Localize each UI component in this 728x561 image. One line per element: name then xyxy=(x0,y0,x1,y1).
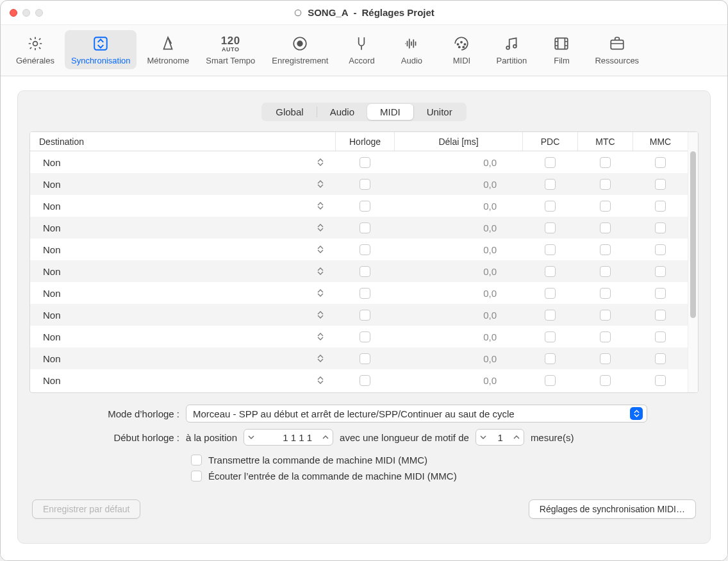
destination-cell[interactable]: Non xyxy=(30,326,335,347)
header-pdc[interactable]: PDC xyxy=(522,132,577,151)
stepper-up-icon[interactable] xyxy=(509,430,524,445)
zoom-window-button[interactable] xyxy=(35,9,43,17)
horloge-checkbox[interactable] xyxy=(360,331,370,342)
delai-cell[interactable]: 0,0 xyxy=(394,151,522,173)
destination-cell[interactable]: Non xyxy=(30,217,335,239)
horloge-checkbox[interactable] xyxy=(360,375,370,386)
updown-icon[interactable] xyxy=(317,267,326,275)
pattern-length-value[interactable]: 1 xyxy=(490,432,509,443)
header-mmc[interactable]: MMC xyxy=(633,132,688,151)
toolbar-metronome[interactable]: Métronome xyxy=(140,30,195,69)
toolbar-general[interactable]: Générales xyxy=(10,30,61,69)
toolbar-audio[interactable]: Audio xyxy=(388,30,434,69)
updown-icon[interactable] xyxy=(317,311,326,319)
horloge-checkbox[interactable] xyxy=(360,179,370,190)
mmc-checkbox[interactable] xyxy=(655,353,666,364)
mtc-checkbox[interactable] xyxy=(600,310,611,321)
mmc-checkbox[interactable] xyxy=(655,222,666,233)
horloge-checkbox[interactable] xyxy=(360,201,370,212)
mtc-checkbox[interactable] xyxy=(600,375,611,386)
destination-cell[interactable]: Non xyxy=(30,369,335,391)
horloge-checkbox[interactable] xyxy=(360,222,370,233)
mtc-checkbox[interactable] xyxy=(600,179,611,190)
pdc-checkbox[interactable] xyxy=(545,288,556,299)
mtc-checkbox[interactable] xyxy=(600,266,611,277)
destination-cell[interactable]: Non xyxy=(30,282,335,304)
pdc-checkbox[interactable] xyxy=(545,375,556,386)
pdc-checkbox[interactable] xyxy=(545,179,556,190)
checkbox[interactable] xyxy=(191,471,202,481)
checkbox[interactable] xyxy=(191,455,202,465)
toolbar-assets[interactable]: Ressources xyxy=(588,30,645,69)
tab-audio[interactable]: Audio xyxy=(317,104,367,120)
pdc-checkbox[interactable] xyxy=(545,331,556,342)
delai-cell[interactable]: 0,0 xyxy=(394,282,522,304)
toolbar-movie[interactable]: Film xyxy=(538,30,584,69)
toolbar-smart-tempo[interactable]: 120 AUTO Smart Tempo xyxy=(199,30,261,69)
destination-cell[interactable]: Non xyxy=(30,239,335,260)
mmc-transmit-row[interactable]: Transmettre la commande de machine MIDI … xyxy=(191,455,696,465)
midi-sync-settings-button[interactable]: Réglages de synchronisation MIDI… xyxy=(529,499,696,519)
updown-icon[interactable] xyxy=(317,202,326,210)
destination-cell[interactable]: Non xyxy=(30,151,335,173)
destination-cell[interactable]: Non xyxy=(30,347,335,369)
mmc-checkbox[interactable] xyxy=(655,179,666,190)
mmc-checkbox[interactable] xyxy=(655,310,666,321)
delai-cell[interactable]: 0,0 xyxy=(394,260,522,282)
horloge-checkbox[interactable] xyxy=(360,288,370,299)
delai-cell[interactable]: 0,0 xyxy=(394,217,522,239)
mtc-checkbox[interactable] xyxy=(600,244,611,255)
mtc-checkbox[interactable] xyxy=(600,331,611,342)
mmc-checkbox[interactable] xyxy=(655,244,666,255)
clock-start-position-stepper[interactable]: 1 1 1 1 xyxy=(244,429,333,446)
save-as-default-button[interactable]: Enregistrer par défaut xyxy=(32,499,140,519)
updown-icon[interactable] xyxy=(317,246,326,253)
toolbar-score[interactable]: Partition xyxy=(488,30,534,69)
updown-icon[interactable] xyxy=(317,376,326,384)
horloge-checkbox[interactable] xyxy=(360,157,370,168)
horloge-checkbox[interactable] xyxy=(360,244,370,255)
updown-icon[interactable] xyxy=(317,158,326,166)
table-scrollbar[interactable] xyxy=(688,132,698,392)
delai-cell[interactable]: 0,0 xyxy=(394,173,522,195)
mtc-checkbox[interactable] xyxy=(600,222,611,233)
stepper-down-icon[interactable] xyxy=(244,430,258,445)
delai-cell[interactable]: 0,0 xyxy=(394,195,522,217)
horloge-checkbox[interactable] xyxy=(360,266,370,277)
pdc-checkbox[interactable] xyxy=(545,201,556,212)
toolbar-sync[interactable]: Synchronisation xyxy=(65,30,137,69)
mtc-checkbox[interactable] xyxy=(600,201,611,212)
mtc-checkbox[interactable] xyxy=(600,288,611,299)
updown-icon[interactable] xyxy=(317,224,326,231)
pdc-checkbox[interactable] xyxy=(545,310,556,321)
horloge-checkbox[interactable] xyxy=(360,353,370,364)
mtc-checkbox[interactable] xyxy=(600,353,611,364)
delai-cell[interactable]: 0,0 xyxy=(394,326,522,347)
mtc-checkbox[interactable] xyxy=(600,157,611,168)
updown-icon[interactable] xyxy=(317,355,326,362)
mmc-listen-row[interactable]: Écouter l’entrée de la commande de machi… xyxy=(191,471,696,481)
delai-cell[interactable]: 0,0 xyxy=(394,304,522,326)
updown-icon[interactable] xyxy=(317,180,326,188)
header-delai[interactable]: Délai [ms] xyxy=(394,132,522,151)
toolbar-midi[interactable]: MIDI xyxy=(438,30,484,69)
pdc-checkbox[interactable] xyxy=(545,244,556,255)
minimize-window-button[interactable] xyxy=(22,9,30,17)
tab-global[interactable]: Global xyxy=(263,104,316,120)
mmc-checkbox[interactable] xyxy=(655,201,666,212)
stepper-up-icon[interactable] xyxy=(318,430,333,445)
header-destination[interactable]: Destination xyxy=(30,132,335,151)
header-horloge[interactable]: Horloge xyxy=(335,132,394,151)
clock-start-position-value[interactable]: 1 1 1 1 xyxy=(258,432,318,443)
delai-cell[interactable]: 0,0 xyxy=(394,369,522,391)
pdc-checkbox[interactable] xyxy=(545,222,556,233)
clock-mode-popup[interactable]: Morceau - SPP au début et arrêt de lectu… xyxy=(186,405,647,423)
delai-cell[interactable]: 0,0 xyxy=(394,347,522,369)
header-mtc[interactable]: MTC xyxy=(577,132,633,151)
mmc-checkbox[interactable] xyxy=(655,375,666,386)
tab-unitor[interactable]: Unitor xyxy=(414,104,465,120)
delai-cell[interactable]: 0,0 xyxy=(394,239,522,260)
mmc-checkbox[interactable] xyxy=(655,266,666,277)
horloge-checkbox[interactable] xyxy=(360,310,370,321)
close-window-button[interactable] xyxy=(10,9,17,17)
